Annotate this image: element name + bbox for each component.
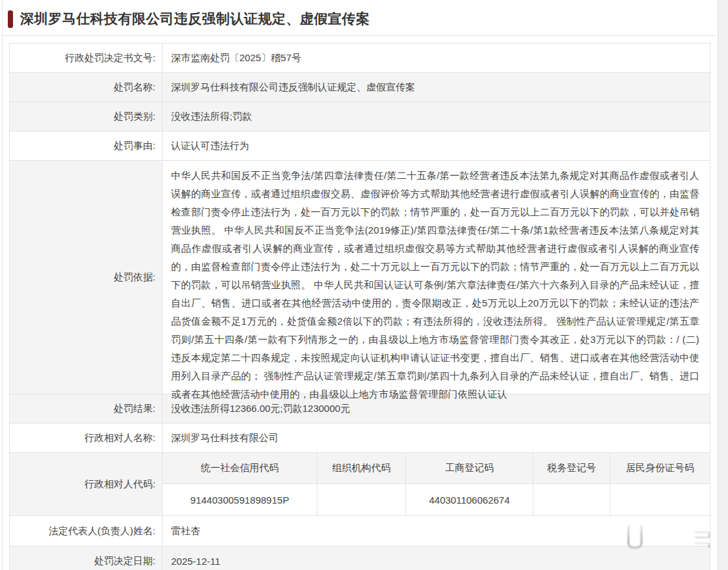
code-value-credit-code: 91440300591898915P [163,484,317,515]
row-label: 处罚事由: [10,131,162,160]
row-label: 处罚类别: [10,102,162,131]
table-row-legal-representative: 法定代表人(负责人)姓名: 雷社杏 [10,516,710,547]
table-row-penalty-result: 处罚结果: 没收违法所得12366.00元;罚款1230000元 [10,394,710,424]
row-label: 行政相对人代码: [10,453,162,515]
header-divider [3,35,716,36]
code-header-org-code: 组织机构代码 [317,453,405,484]
code-header-tax-reg-number: 税务登记号 [533,453,610,484]
code-header-id-number: 居民身份证号码 [610,453,710,484]
code-value-business-reg-code: 440301106062674 [405,484,533,515]
row-label: 行政处罚决定书文号: [10,44,162,72]
row-value: 没收违法所得12366.00元;罚款1230000元 [162,394,710,423]
code-value-org-code [317,484,405,515]
row-value: 没收违法所得;罚款 [162,102,710,131]
code-value-id-number [610,484,710,515]
table-row-doc-number: 行政处罚决定书文号: 深市监南处罚〔2025〕稽57号 [10,44,710,73]
row-label: 处罚决定日期: [10,547,162,570]
code-value-tax-reg-number [533,484,610,515]
code-header-credit-code: 统一社会信用代码 [163,453,317,484]
row-value: 中华人民共和国反不正当竞争法/第四章法律责任/第二十五条/第一款经营者违反本法第… [162,161,710,394]
code-header-business-reg-code: 工商登记码 [405,453,533,484]
row-label: 处罚名称: [10,73,162,102]
row-value: 深市监南处罚〔2025〕稽57号 [162,44,710,72]
row-label: 处罚结果: [10,394,162,423]
row-label: 行政相对人名称: [10,424,162,452]
table-row-counterpart-name: 行政相对人名称: 深圳罗马仕科技有限公司 [10,424,710,453]
right-gutter [718,0,728,570]
table-row-decision-date: 处罚决定日期: 2025-12-11 [10,547,710,570]
row-label: 法定代表人(负责人)姓名: [10,516,162,546]
codes-grid: 统一社会信用代码 组织机构代码 工商登记码 税务登记号 居民身份证号码 9144… [163,453,710,515]
table-row-penalty-name: 处罚名称: 深圳罗马仕科技有限公司违反强制认证规定、虚假宣传案 [10,73,710,102]
penalty-detail-page: 深圳罗马仕科技有限公司违反强制认证规定、虚假宣传案 行政处罚决定书文号: 深市监… [0,0,728,570]
row-label: 处罚依据: [10,161,162,394]
table-row-penalty-reason: 处罚事由: 认证认可违法行为 [10,131,710,161]
table-row-penalty-basis: 处罚依据: 中华人民共和国反不正当竞争法/第四章法律责任/第二十五条/第一款经营… [10,161,710,394]
table-row-counterpart-codes: 行政相对人代码: 统一社会信用代码 组织机构代码 工商登记码 税务登记号 居民身… [10,453,710,516]
row-value: 雷社杏 [162,516,710,546]
codes-subtable: 统一社会信用代码 组织机构代码 工商登记码 税务登记号 居民身份证号码 9144… [162,453,710,515]
penalty-table: 行政处罚决定书文号: 深市监南处罚〔2025〕稽57号 处罚名称: 深圳罗马仕科… [9,43,710,570]
row-value: 2025-12-11 [162,547,710,570]
row-value: 认证认可违法行为 [162,131,710,160]
row-value: 深圳罗马仕科技有限公司 [162,424,710,452]
table-row-penalty-category: 处罚类别: 没收违法所得;罚款 [10,102,710,131]
page-title: 深圳罗马仕科技有限公司违反强制认证规定、虚假宣传案 [20,10,370,28]
page-header: 深圳罗马仕科技有限公司违反强制认证规定、虚假宣传案 [8,10,370,28]
title-accent-bar [8,10,13,28]
row-value: 深圳罗马仕科技有限公司违反强制认证规定、虚假宣传案 [162,73,710,102]
